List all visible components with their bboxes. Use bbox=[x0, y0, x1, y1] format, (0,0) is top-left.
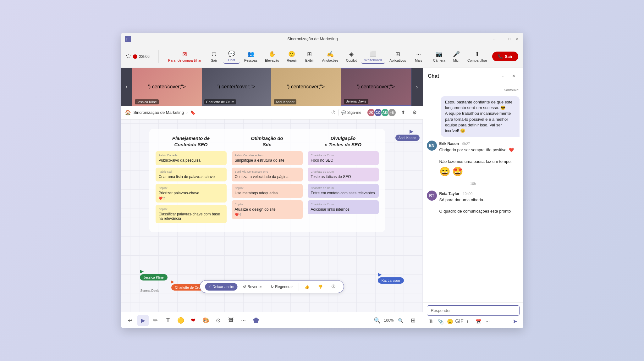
chat-panel: Chat ··· × Santouka! Estou bastante conf… bbox=[423, 68, 523, 328]
view-btn[interactable]: ⊞ Exibir bbox=[301, 49, 318, 64]
close-btn[interactable]: × bbox=[515, 36, 520, 42]
video-strip: ‹ ') center/cover;"> Jessica Kline ') ce… bbox=[121, 68, 423, 106]
ai-thumbup-btn[interactable]: 👍 bbox=[301, 283, 312, 291]
whiteboard-canvas[interactable]: Planejamento deConteúdo SEO Fabric Danie… bbox=[121, 119, 423, 312]
title-bar: T Sincronização de Marketing ··· − □ × bbox=[121, 33, 523, 45]
leave-btn[interactable]: ⬡ Sair bbox=[206, 49, 222, 64]
kanban-col-3-title: Divulgaçãoe Testes de SEO bbox=[308, 135, 379, 147]
minimize-btn[interactable]: − bbox=[499, 36, 504, 42]
chat-sticker-btn[interactable]: 🏷 bbox=[465, 317, 473, 326]
meeting-name-label: Sincronização de Marketing bbox=[134, 110, 184, 115]
video-next-btn[interactable]: › bbox=[411, 68, 423, 106]
erik-message-content: Erik Nason 9h27 Obrigado por ser sempre … bbox=[439, 141, 520, 177]
copilot-tool-btn[interactable]: ⬟ bbox=[250, 315, 262, 326]
chat-label: Chat bbox=[228, 58, 235, 62]
zoom-out-btn[interactable]: 🔍 bbox=[372, 315, 383, 326]
pen-btn[interactable]: ✏ bbox=[150, 315, 161, 326]
svg-text:T: T bbox=[126, 37, 128, 42]
lasso-btn[interactable]: ⊙ bbox=[213, 315, 224, 326]
image-btn[interactable]: 🖼 bbox=[225, 315, 237, 326]
video-prev-btn[interactable]: ‹ bbox=[121, 68, 132, 106]
raise-icon: ✋ bbox=[269, 51, 276, 58]
share-icon-btn[interactable]: ⬆ bbox=[399, 108, 408, 117]
window-controls: ··· − □ × bbox=[492, 36, 520, 42]
people-btn[interactable]: 👥 Pessoas bbox=[241, 49, 261, 64]
keep-label: Deixar assim bbox=[212, 285, 234, 289]
chat-reply-input[interactable] bbox=[427, 305, 520, 316]
erik-sender-name: Erik Nason bbox=[439, 142, 459, 146]
check-icon: ✓ bbox=[208, 285, 211, 289]
kanban-card: Fabric Danielle Público-alvo da pesquisa bbox=[156, 151, 227, 165]
emoji-happy: 😄 bbox=[439, 166, 450, 177]
video-tile-aadi: ') center/cover;"> Aadi Kapoor bbox=[271, 68, 341, 106]
apps-btn[interactable]: ⊞ Aplicativos bbox=[386, 49, 409, 64]
chat-attach-btn[interactable]: 📎 bbox=[436, 317, 445, 326]
video-tile-charlotte: ') center/cover;"> Charlotte de Crum bbox=[202, 68, 271, 106]
chat-close-btn[interactable]: × bbox=[509, 72, 518, 81]
breadcrumb-home-btn[interactable]: 🏠 bbox=[125, 109, 131, 115]
maximize-btn[interactable]: □ bbox=[507, 36, 512, 42]
whiteboard-icon: ⬜ bbox=[370, 50, 377, 57]
more-tools-btn[interactable]: ··· bbox=[238, 315, 249, 326]
view-label: Exibir bbox=[305, 58, 314, 62]
zoom-in-btn[interactable]: 🔍 bbox=[395, 315, 406, 326]
text-btn[interactable]: T bbox=[162, 315, 174, 326]
timer-icon: ⏱ bbox=[331, 110, 336, 115]
chat-send-btn[interactable]: ➤ bbox=[511, 317, 520, 326]
chat-btn[interactable]: 💬 Chat bbox=[223, 49, 240, 64]
chat-more-input-btn[interactable]: ··· bbox=[483, 317, 492, 326]
regenerate-btn[interactable]: ↻ Regenerar bbox=[267, 283, 296, 291]
teams-icon: T bbox=[125, 36, 131, 42]
share-btn[interactable]: ⬆ Compartilhar bbox=[465, 49, 490, 64]
aadi-popup-label: Aadi Kapoo bbox=[395, 135, 420, 141]
video-name-charlotte: Charlotte de Crum bbox=[204, 99, 236, 104]
video-tile-jessica: ') center/cover;"> Jessica Kline bbox=[132, 68, 202, 106]
erik-emojis: 😄 🤩 bbox=[439, 166, 520, 177]
recording-time: 22h06 bbox=[139, 54, 150, 59]
share-icon: ⬆ bbox=[475, 51, 480, 58]
left-panel: ‹ ') center/cover;"> Jessica Kline ') ce… bbox=[121, 68, 423, 328]
revert-btn[interactable]: ↺ Reverter bbox=[240, 283, 265, 291]
ai-info-btn[interactable]: ⓘ bbox=[328, 282, 339, 291]
teams-window: T Sincronização de Marketing ··· − □ × 🛡… bbox=[121, 33, 523, 328]
chat-schedule-btn[interactable]: 📅 bbox=[474, 317, 483, 326]
regenerate-icon: ↻ bbox=[271, 285, 274, 289]
reta-time: 10h00 bbox=[463, 192, 472, 196]
mic-btn[interactable]: 🎤 Mic. bbox=[450, 49, 462, 64]
undo-btn[interactable]: ↩ bbox=[125, 315, 136, 326]
select-btn[interactable]: ▶ bbox=[137, 315, 149, 326]
annotations-btn[interactable]: ✍ Anotações bbox=[319, 49, 342, 64]
ai-thumbdown-btn[interactable]: 👎 bbox=[315, 283, 326, 291]
more-options-btn[interactable]: ··· bbox=[492, 36, 497, 42]
chat-icon: 💬 bbox=[228, 50, 235, 57]
keep-btn[interactable]: ✓ Deixar assim bbox=[205, 283, 237, 291]
chat-bold-btn[interactable]: 𝐁 bbox=[427, 317, 436, 326]
fit-btn[interactable]: ⊞ bbox=[408, 315, 419, 326]
chat-emoji-btn[interactable]: 🙂 bbox=[446, 317, 454, 326]
chat-more-btn[interactable]: ··· bbox=[498, 72, 507, 81]
react-btn[interactable]: 🙂 Reagir bbox=[283, 49, 300, 64]
whiteboard-btn[interactable]: ⬜ Whiteboard bbox=[361, 49, 385, 64]
raise-btn[interactable]: ✋ Elevação bbox=[262, 49, 282, 64]
chat-message-reta: RT Reta Taylor 10h00 Só para dar uma olh… bbox=[427, 191, 520, 214]
heart-btn[interactable]: ❤ bbox=[188, 315, 199, 326]
sticky-btn[interactable]: 🟡 bbox=[175, 315, 186, 326]
toolbar-group: ⊠ Parar de compartilhar ⬡ Sair 💬 Chat 👥 … bbox=[162, 49, 429, 64]
apps-icon: ⊞ bbox=[395, 51, 400, 58]
chat-gif-btn[interactable]: GIF bbox=[455, 317, 464, 326]
video-name-jessica: Jessica Kline bbox=[135, 99, 159, 104]
bottom-tools-right: 🔍 100% 🔍 ⊞ bbox=[372, 315, 419, 326]
stop-share-btn[interactable]: ⊠ Parar de compartilhar bbox=[165, 49, 205, 64]
ai-toolbar: ✓ Deixar assim ↺ Reverter ↻ Regenerar 👍 bbox=[200, 280, 344, 293]
bottom-toolbar: ↩ ▶ ✏ T 🟡 ❤ 🎨 ⊙ 🖼 ··· ⬟ 🔍 100% bbox=[121, 312, 423, 328]
copilot-btn[interactable]: ◈ Copilot bbox=[343, 49, 360, 64]
camera-btn[interactable]: 📷 Câmera bbox=[431, 49, 448, 64]
end-call-button[interactable]: 📞 Sair bbox=[492, 52, 518, 61]
more-btn[interactable]: ··· Mais bbox=[410, 50, 427, 64]
settings-icon-btn[interactable]: ⚙ bbox=[410, 108, 419, 117]
breadcrumb-chevron-icon: › bbox=[186, 110, 188, 115]
colorpicker-btn[interactable]: 🎨 bbox=[200, 315, 212, 326]
follow-me-btn[interactable]: 💬 Siga-me bbox=[339, 109, 364, 116]
chat-message-erik: EN Erik Nason 9h27 Obrigado por ser semp… bbox=[427, 141, 520, 177]
whiteboard-header-right: ⏱ 💬 Siga-me JK CC AK +6 ⬆ ⚙ bbox=[331, 108, 419, 117]
